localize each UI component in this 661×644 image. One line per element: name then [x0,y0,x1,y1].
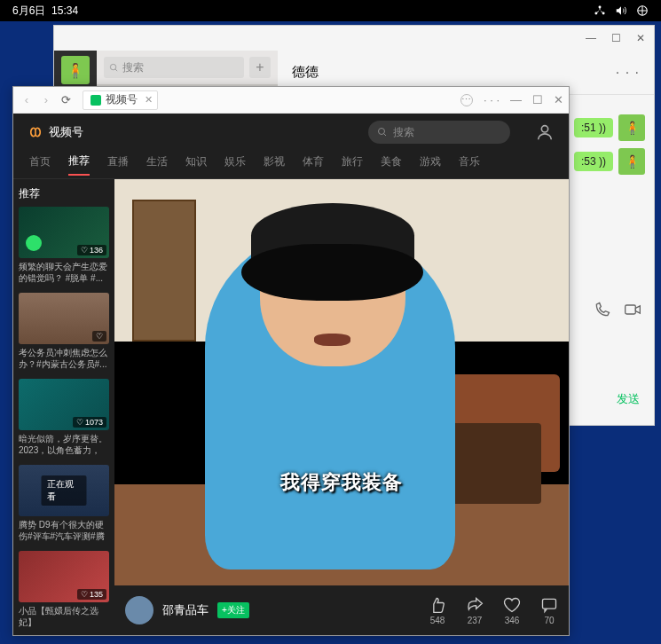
tab-travel[interactable]: 旅行 [342,154,363,175]
like-button[interactable]: 548 [429,596,446,625]
video-card[interactable]: 正在观看 腾势 D9有个很大的硬伤#评车#汽车评测#腾 [19,465,109,542]
nav-forward-button[interactable]: › [38,92,54,108]
user-profile-icon[interactable] [535,122,555,142]
thumbs-up-icon [429,596,446,614]
comment-button[interactable]: 70 [540,596,558,625]
favorite-button[interactable]: 346 [503,596,521,625]
channels-title: 视频号 [49,124,83,140]
tab-close-button[interactable]: ✕ [145,94,153,106]
svg-point-0 [599,5,602,8]
author-name[interactable]: 邵青品车 [162,602,209,618]
video-info-bar: 邵青品车 +关注 548 237 346 [114,585,569,635]
wechat-search-input[interactable]: 搜索 [104,57,244,78]
follow-button[interactable]: +关注 [217,602,249,618]
tab-music[interactable]: 音乐 [459,154,480,175]
network-icon [594,4,606,17]
video-frame[interactable]: 我得穿我装备 [114,179,569,585]
author-avatar[interactable] [125,596,153,624]
tab-knowledge[interactable]: 知识 [185,154,207,175]
like-badge: ♡ 136 [77,245,106,255]
svg-point-4 [110,64,115,69]
video-caption: 我得穿我装备 [280,469,403,496]
tab-game[interactable]: 游戏 [420,154,441,175]
video-search-input[interactable]: 搜索 [368,121,510,144]
user-avatar[interactable]: 🧍 [61,56,90,84]
nav-refresh-button[interactable]: ⟳ [58,92,74,108]
video-title: 暗光似箭，岁序更替。2023，以角色蓄力， [19,433,109,456]
message-row: :53 )) 🧍 [574,148,645,175]
chat-more-button[interactable]: · · · [616,65,640,81]
voice-message[interactable]: :51 )) [574,118,613,137]
chat-toolbar [594,301,641,318]
share-button[interactable]: 237 [466,596,484,625]
window-menu-icon[interactable]: ⋯ [460,94,473,106]
close-button[interactable]: ✕ [634,32,647,44]
video-thumbnail: ♡ [19,293,109,344]
tab-entertainment[interactable]: 娱乐 [224,154,246,175]
like-count: 548 [430,616,445,625]
volume-icon [615,4,627,17]
video-scene [114,179,569,585]
category-tabs: 首页 推荐 直播 生活 知识 娱乐 影视 体育 旅行 美食 游戏 音乐 [13,151,569,179]
minimize-button[interactable]: — [510,93,522,106]
video-thumbnail: ♡ 1073 [19,379,109,430]
minimize-button[interactable]: — [585,32,597,44]
now-watching-badge: 正在观看 [42,475,87,506]
svg-rect-8 [543,599,556,609]
favorite-count: 346 [505,616,520,625]
svg-point-1 [594,12,597,14]
tab-life[interactable]: 生活 [146,154,168,175]
channels-logo[interactable]: 视频号 [28,124,83,140]
video-card[interactable]: ♡ 1073 暗光似箭，岁序更替。2023，以角色蓄力， [19,379,109,456]
search-icon [377,127,388,137]
close-button[interactable]: ✕ [554,93,563,106]
video-card[interactable]: ♡ 考公务员冲刺焦虑怎么办？#内蒙古公务员#... [19,293,109,370]
system-icon [636,4,649,17]
video-title: 腾势 D9有个很大的硬伤#评车#汽车评测#腾 [19,519,109,542]
tab-film[interactable]: 影视 [264,154,285,175]
video-card[interactable]: ♡ 136 频繁的聊天会产生恋爱的错觉吗？ #脱单 #... [19,207,109,284]
tab-recommend[interactable]: 推荐 [68,153,90,176]
heart-icon [503,596,521,614]
message-avatar[interactable]: 🧍 [618,148,645,175]
video-title: 考公务员冲刺焦虑怎么办？#内蒙古公务员#... [19,347,109,370]
video-player: 我得穿我装备 邵青品车 +关注 548 237 [114,179,569,635]
share-count: 237 [468,616,483,625]
video-sidebar: 推荐 ♡ 136 频繁的聊天会产生恋爱的错觉吗？ #脱单 #... ♡ 考公务员… [13,179,114,635]
video-title: 频繁的聊天会产生恋爱的错觉吗？ #脱单 #... [19,261,109,284]
os-time: 15:34 [51,4,78,17]
video-thumbnail: 正在观看 [19,465,109,516]
sidebar-heading: 推荐 [19,186,109,201]
voice-message[interactable]: :53 )) [574,152,613,171]
sound-icon [90,95,101,106]
os-status-bar: 6月6日 15:34 [0,0,661,21]
tab-live[interactable]: 直播 [107,154,129,175]
tab-food[interactable]: 美食 [381,154,402,175]
share-icon [466,596,484,614]
tab-home[interactable]: 首页 [29,154,51,175]
svg-point-7 [541,126,547,132]
like-badge: ♡ [92,331,106,342]
maximize-button[interactable]: ☐ [532,93,543,106]
voice-call-icon[interactable] [594,301,611,318]
nav-back-button[interactable]: ‹ [19,92,35,108]
wechat-search-placeholder: 搜索 [122,60,144,75]
window-more-button[interactable]: · · · [484,93,500,106]
video-search-placeholder: 搜索 [393,125,414,140]
message-row: :51 )) 🧍 [574,114,645,141]
video-call-icon[interactable] [624,301,641,318]
message-avatar[interactable]: 🧍 [618,114,645,141]
video-thumbnail: ♡ 135 [19,551,109,602]
search-icon [109,63,119,73]
comment-icon [540,596,558,614]
video-card[interactable]: ♡ 135 小品【甄嬛后传之选妃】 [19,551,109,628]
browser-tab[interactable]: 视频号 ✕ [83,90,158,110]
tab-sports[interactable]: 体育 [303,154,324,175]
video-title: 小品【甄嬛后传之选妃】 [19,605,109,628]
send-button[interactable]: 发送 [617,391,640,407]
add-button[interactable]: + [249,57,271,78]
svg-point-6 [379,129,385,135]
svg-point-2 [602,12,605,14]
maximize-button[interactable]: ☐ [610,32,622,44]
os-date: 6月6日 [12,4,45,17]
